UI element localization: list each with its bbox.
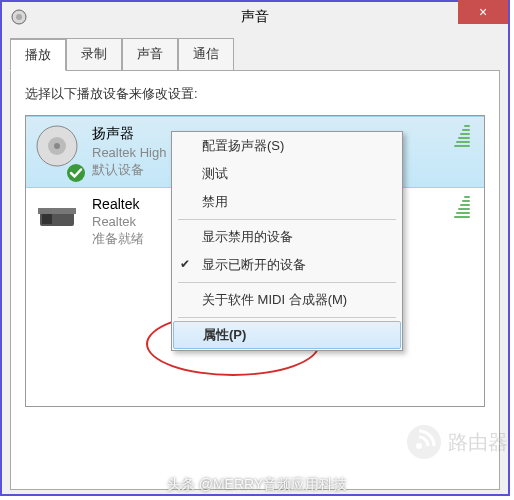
watermark-logo: 路由器: [406, 424, 508, 460]
tab-communications[interactable]: 通信: [178, 38, 234, 71]
level-meter: [454, 196, 470, 218]
level-meter: [454, 125, 470, 147]
context-menu: 配置扬声器(S) 测试 禁用 显示禁用的设备 ✔ 显示已断开的设备 关于软件 M…: [171, 131, 403, 351]
watermark-footer: 头条 @MERRY音频应用科技: [0, 476, 514, 494]
window-title: 声音: [241, 8, 269, 26]
tab-recording[interactable]: 录制: [66, 38, 122, 71]
menu-about-midi[interactable]: 关于软件 MIDI 合成器(M): [172, 286, 402, 314]
menu-separator: [178, 219, 396, 220]
default-check-icon: [66, 163, 86, 183]
svg-point-4: [54, 143, 60, 149]
app-icon: [10, 8, 28, 26]
tab-sounds[interactable]: 声音: [122, 38, 178, 71]
digital-out-icon: [36, 196, 78, 238]
menu-test[interactable]: 测试: [172, 160, 402, 188]
close-button[interactable]: ×: [458, 0, 508, 24]
svg-rect-8: [38, 208, 76, 214]
menu-disable[interactable]: 禁用: [172, 188, 402, 216]
menu-show-disabled[interactable]: 显示禁用的设备: [172, 223, 402, 251]
check-icon: ✔: [180, 257, 190, 271]
tab-playback[interactable]: 播放: [10, 38, 66, 71]
menu-configure-speakers[interactable]: 配置扬声器(S): [172, 132, 402, 160]
sound-dialog: 声音 × 播放 录制 声音 通信 选择以下播放设备来修改设置:: [0, 0, 510, 496]
tab-strip: 播放 录制 声音 通信: [2, 32, 508, 71]
menu-separator: [178, 282, 396, 283]
svg-point-10: [416, 443, 422, 449]
svg-point-5: [67, 164, 85, 182]
menu-separator: [178, 317, 396, 318]
svg-point-9: [407, 425, 441, 459]
menu-show-disconnected[interactable]: ✔ 显示已断开的设备: [172, 251, 402, 279]
menu-properties[interactable]: 属性(P): [173, 321, 401, 349]
svg-rect-7: [42, 214, 52, 224]
titlebar: 声音 ×: [2, 2, 508, 32]
instruction-text: 选择以下播放设备来修改设置:: [25, 85, 485, 103]
close-icon: ×: [479, 4, 487, 20]
svg-point-1: [16, 14, 22, 20]
speaker-icon: [36, 125, 78, 167]
device-list[interactable]: 扬声器 Realtek High Definition Audio 默认设备: [25, 115, 485, 407]
